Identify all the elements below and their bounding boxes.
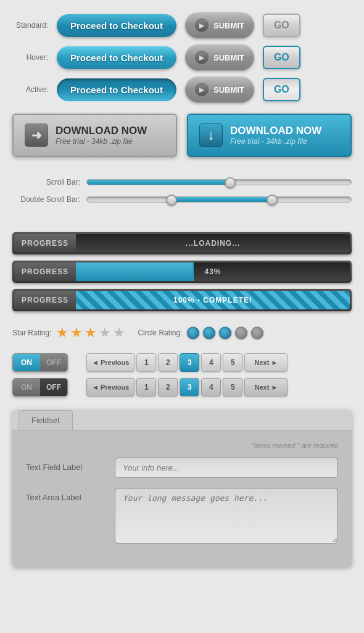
circle-3[interactable] [219,327,231,339]
page-btn-2-2[interactable]: 2 [158,378,178,396]
button-section: Standard: Proceed to Checkout ▶ SUBMIT G… [12,12,352,103]
progress-track-3: 100% - COMPLETE! [76,291,350,309]
rating-section: Star Rating: ★ ★ ★ ★ ★ Circle Rating: [12,325,352,341]
standard-label: Standard: [12,21,48,30]
page-btn-2-5[interactable]: 5 [223,378,242,396]
download-gray-sub-rest: - 34kb .zip file [85,137,132,146]
double-scroll-track[interactable] [86,196,352,203]
star-rating-group: Star Rating: ★ ★ ★ ★ ★ [12,325,125,341]
checkout-active-button[interactable]: Proceed to Checkout [57,78,176,101]
scroll-thumb-left[interactable] [166,195,177,206]
text-area-input[interactable] [115,488,338,543]
stars-container: ★ ★ ★ ★ ★ [56,325,125,341]
fieldset-tab-row: Fieldset [12,410,352,430]
circle-4[interactable] [235,327,247,339]
active-label: Active: [12,85,48,94]
fieldset-tab: Fieldset [19,410,73,430]
circle-1[interactable] [187,327,199,339]
checkout-standard-button[interactable]: Proceed to Checkout [57,14,176,37]
page-btn-1-5[interactable]: 5 [223,353,242,372]
toggle2-off-label: OFF [40,379,67,396]
toggle-on-switch[interactable]: ON OFF [12,353,68,372]
circle-rating-group: Circle Rating: [138,327,263,339]
download-blue-sub-italic: Free trial [230,137,259,146]
progress-bar-loading: PROGRESS ...LOADING... [12,232,352,254]
toggle-off-switch[interactable]: ON OFF [12,378,68,396]
next-button-1[interactable]: Next ► [244,353,287,372]
star-5[interactable]: ★ [113,325,125,341]
download-gray-arrow-icon: ➜ [25,124,48,147]
page-btn-2-1[interactable]: 1 [136,378,156,396]
text-field-input[interactable] [115,458,338,478]
progress-text-3: 100% - COMPLETE! [173,296,252,304]
star-1[interactable]: ★ [56,325,68,341]
circles-container [187,327,263,339]
circle-2[interactable] [203,327,215,339]
progress-section: PROGRESS ...LOADING... PROGRESS 43% PROG… [12,232,352,311]
fieldset-body: *Items marked * are required Text Field … [12,430,352,567]
progress-fill-2 [76,262,194,281]
hover-label: Hover: [12,53,48,62]
download-blue-sub-rest: - 34kb .zip file [259,137,307,146]
page-btn-1-1[interactable]: 1 [136,353,156,372]
circle-5[interactable] [251,327,263,339]
download-gray-sub-italic: Free trial [56,137,85,146]
submit-hover-label: SUBMIT [213,53,244,62]
progress-label-3: PROGRESS [14,291,76,309]
go-standard-button[interactable]: GO [263,14,300,37]
toggles-column: ON OFF ON OFF [12,353,68,396]
next-button-2[interactable]: Next ► [244,378,287,396]
text-area-row: Text Area Label [26,488,338,543]
download-blue-button[interactable]: ↓ DOWNLOAD NOW Free trial - 34kb .zip fi… [187,114,352,157]
download-blue-title: DOWNLOAD NOW [230,125,321,137]
submit-hover-button[interactable]: ▶ SUBMIT [185,44,254,70]
fieldset-note: *Items marked * are required [26,442,338,449]
go-hover-button[interactable]: GO [263,46,300,69]
toggle-on-label: ON [13,354,40,371]
checkout-hover-button[interactable]: Proceed to Checkout [57,46,176,69]
star-rating-label: Star Rating: [12,329,51,337]
single-scroll-row: Scroll Bar: [12,178,352,187]
download-gray-text: DOWNLOAD NOW Free trial - 34kb .zip file [56,125,147,146]
prev-button-2[interactable]: ◄ Previous [86,378,134,396]
prev-button-1[interactable]: ◄ Previous [86,353,134,372]
download-blue-text: DOWNLOAD NOW Free trial - 34kb .zip file [230,125,321,146]
standard-row: Standard: Proceed to Checkout ▶ SUBMIT G… [12,12,352,38]
toggle-off-label: OFF [40,354,67,371]
double-scroll-label: Double Scroll Bar: [12,195,80,204]
download-gray-title: DOWNLOAD NOW [56,125,147,137]
page-btn-1-3[interactable]: 3 [180,353,199,372]
page-btn-2-4[interactable]: 4 [201,378,221,396]
double-scroll-fill [172,197,269,202]
text-area-label: Text Area Label [26,488,106,502]
submit-standard-button[interactable]: ▶ SUBMIT [185,12,254,38]
scroll-thumb[interactable] [225,177,236,188]
pagination-2: ◄ Previous 1 2 3 4 5 Next ► [86,378,352,396]
progress-text-2: 43% [204,267,221,276]
toggle-pagination-section: ON OFF ON OFF ◄ Previous 1 2 3 4 5 Next … [12,353,352,396]
go-active-button[interactable]: GO [263,78,300,101]
fieldset-section: Fieldset *Items marked * are required Te… [12,410,352,567]
active-row: Active: Proceed to Checkout ▶ SUBMIT GO [12,77,352,103]
download-blue-sub: Free trial - 34kb .zip file [230,137,321,146]
submit-active-button[interactable]: ▶ SUBMIT [185,77,254,103]
page-btn-1-4[interactable]: 4 [201,353,221,372]
star-2[interactable]: ★ [70,325,83,341]
page-btn-1-2[interactable]: 2 [158,353,178,372]
single-scroll-track[interactable] [86,179,352,185]
scroll-section: Scroll Bar: Double Scroll Bar: [12,172,352,219]
pagination-1: ◄ Previous 1 2 3 4 5 Next ► [86,353,352,372]
double-scroll-row: Double Scroll Bar: [12,195,352,204]
progress-bar-43: PROGRESS 43% [12,261,352,283]
download-gray-button[interactable]: ➜ DOWNLOAD NOW Free trial - 34kb .zip fi… [12,114,177,157]
play-icon-active: ▶ [195,83,209,96]
submit-standard-label: SUBMIT [213,21,244,30]
progress-label-2: PROGRESS [14,262,76,281]
page-btn-2-3[interactable]: 3 [180,378,199,396]
star-4[interactable]: ★ [99,325,111,341]
circle-rating-label: Circle Rating: [138,329,182,337]
download-gray-sub: Free trial - 34kb .zip file [56,137,147,146]
play-icon-hover: ▶ [195,51,209,64]
scroll-thumb-right[interactable] [267,195,278,206]
star-3[interactable]: ★ [85,325,97,341]
